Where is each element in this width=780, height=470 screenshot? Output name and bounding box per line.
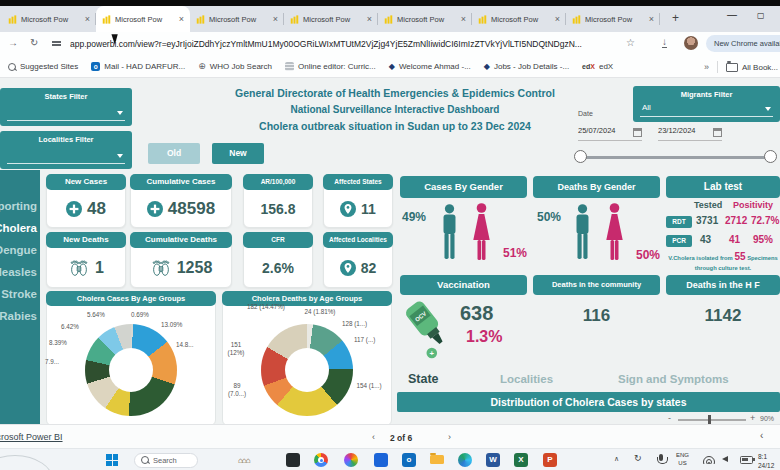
tab-close-icon[interactable]: × [555, 14, 560, 24]
kpi-new-cases[interactable]: New Cases 48 [46, 174, 126, 228]
browser-tab[interactable]: Microsoft Pow × [2, 6, 96, 32]
edge-icon[interactable] [458, 453, 472, 467]
states-filter-dropdown[interactable] [7, 106, 125, 121]
date-slider-track[interactable] [582, 156, 772, 159]
windows-start-button[interactable] [106, 454, 118, 466]
microphone-icon[interactable] [659, 454, 663, 461]
bookmark-welcome[interactable]: ◆ Welcome Ahmad -... [389, 62, 471, 71]
zoom-in-button[interactable]: + [750, 413, 755, 423]
localities-filter-dropdown[interactable] [7, 149, 125, 164]
kpi-new-deaths[interactable]: New Deaths 1 [46, 232, 126, 288]
sidebar-item[interactable]: Measles [0, 266, 37, 278]
battery-icon[interactable] [740, 456, 753, 464]
bookmark-jobs[interactable]: ◆ Jobs - Job Details -... [484, 62, 569, 71]
deaths-age-donut[interactable] [261, 324, 353, 416]
sidebar-item[interactable]: Heat Stroke [0, 288, 37, 300]
kpi-value: 1258 [177, 259, 213, 277]
sidebar-item[interactable]: Reporting [0, 200, 37, 212]
zoom-out-button[interactable]: - [668, 413, 671, 423]
migrants-filter-dropdown[interactable]: All [640, 102, 773, 117]
collapse-panel-icon[interactable]: ‹ [760, 430, 763, 441]
clock[interactable]: 8:1 24/12 [758, 452, 780, 470]
bookmark-star-icon[interactable]: ☆ [626, 37, 635, 48]
excel-icon[interactable]: X [514, 453, 528, 467]
old-button[interactable]: Old [148, 143, 200, 164]
date-to-input[interactable]: 23/12/2024 [658, 126, 722, 141]
powerpoint-icon[interactable]: P [543, 453, 557, 467]
tab-close-icon[interactable]: × [461, 14, 466, 24]
kpi-cfr[interactable]: CFR 2.6% [243, 232, 313, 288]
bookmark-online-editor[interactable]: Online editor: Curric... [285, 62, 376, 71]
kpi-cumulative-deaths[interactable]: Cumulative Deaths 1258 [130, 232, 232, 288]
sidebar-item[interactable]: Cholera [0, 222, 37, 234]
new-tab-button[interactable]: + [672, 11, 679, 25]
bookmark-who-jobs[interactable]: ⊕ WHO Job Search [198, 62, 272, 71]
sidebar-item[interactable]: Dengue [0, 244, 37, 256]
window-minimize-button[interactable]: — [727, 9, 737, 20]
bookmarks-overflow-icon[interactable]: » [704, 62, 709, 72]
cases-age-donut[interactable] [85, 324, 177, 416]
all-bookmarks-label[interactable]: All Book... [742, 63, 778, 72]
kpi-attack-rate[interactable]: AR/100,000 156.8 [243, 174, 313, 228]
tray-chevron-up-icon[interactable]: ∧ [614, 455, 619, 463]
bookmark-suggested-sites[interactable]: Suggested Sites [8, 62, 78, 71]
states-filter[interactable]: States Filter [0, 88, 132, 126]
outlook-icon[interactable]: o [402, 453, 416, 467]
browser-tab[interactable]: Microsoft Pow × [378, 6, 472, 32]
taskbar-search[interactable]: Search [134, 453, 198, 468]
tab-close-icon[interactable]: × [367, 14, 372, 24]
window-maximize-button[interactable]: ▢ [757, 11, 765, 20]
sync-icon[interactable]: ↻ [634, 453, 642, 463]
download-icon[interactable]: ↓ [662, 37, 667, 48]
date-from-input[interactable]: 25/07/2024 [578, 126, 642, 141]
date-slider-handle-left[interactable] [574, 150, 587, 163]
outlook-icon: o [91, 62, 100, 71]
colorful-app-icon[interactable] [344, 453, 358, 467]
browser-tab[interactable]: Microsoft Pow × [472, 6, 566, 32]
browser-tab[interactable]: Microsoft Pow × [96, 6, 190, 32]
site-info-icon[interactable] [52, 41, 61, 48]
bookmark-mail[interactable]: o Mail - HAD DARFUR... [91, 62, 185, 71]
kpi-affected-localities[interactable]: Affected Localities 82 [323, 232, 393, 288]
page-next-icon[interactable]: › [448, 432, 451, 442]
dark-app-icon[interactable] [286, 453, 300, 467]
tab-localities[interactable]: Localities [500, 373, 553, 385]
language-indicator[interactable]: ENG US [676, 452, 689, 468]
page-prev-icon[interactable]: ‹ [372, 432, 375, 442]
date-slider-handle-right[interactable] [764, 150, 777, 163]
tab-close-icon[interactable]: × [85, 14, 90, 24]
volume-icon[interactable] [722, 456, 728, 462]
zoom-slider-handle[interactable] [708, 415, 711, 424]
kpi-affected-states[interactable]: Affected States 11 [323, 174, 393, 228]
bookmark-edx[interactable]: edX edX [582, 62, 613, 71]
tab-sign-and-symptoms[interactable]: Sign and Symptoms [618, 373, 729, 385]
zoom-slider-track[interactable] [678, 419, 746, 421]
localities-filter[interactable]: Localities Filter [0, 131, 132, 169]
blue-app-icon[interactable] [374, 453, 388, 467]
kpi-cumulative-cases[interactable]: Cumulative Cases 48598 [130, 174, 232, 228]
sidebar-item[interactable]: Rabies [0, 310, 37, 322]
word-icon[interactable]: W [486, 453, 500, 467]
tab-close-icon[interactable]: × [179, 14, 184, 24]
profile-avatar[interactable] [684, 36, 698, 50]
file-explorer-icon[interactable] [430, 455, 444, 464]
chrome-icon[interactable] [314, 453, 328, 467]
powerbi-brand-link[interactable]: Microsoft Power BI [0, 432, 63, 442]
calendar-icon[interactable] [633, 128, 642, 137]
tab-close-icon[interactable]: × [273, 14, 278, 24]
reload-icon[interactable]: ↻ [30, 37, 38, 48]
browser-tab[interactable]: Microsoft Pow × [284, 6, 378, 32]
browser-tab[interactable]: Microsoft Pow × [190, 6, 284, 32]
chrome-update-button[interactable]: New Chrome available [706, 35, 780, 52]
tab-state[interactable]: State [408, 372, 439, 386]
wifi-icon[interactable] [703, 455, 715, 464]
new-button[interactable]: New [212, 143, 264, 164]
forward-icon[interactable]: → [8, 37, 18, 48]
migrants-filter[interactable]: Migrants Filter All [633, 86, 780, 122]
powerbi-icon [290, 15, 299, 24]
browser-tab[interactable]: Microsoft Pow × [566, 6, 660, 32]
tab-close-icon[interactable]: × [649, 14, 654, 24]
url-text[interactable]: app.powerbi.com/view?r=eyJrIjoiZDdhYjczY… [70, 39, 618, 49]
calendar-icon[interactable] [713, 128, 722, 137]
houses-app-icon[interactable]: ⌂⌂⌂ [238, 456, 250, 470]
